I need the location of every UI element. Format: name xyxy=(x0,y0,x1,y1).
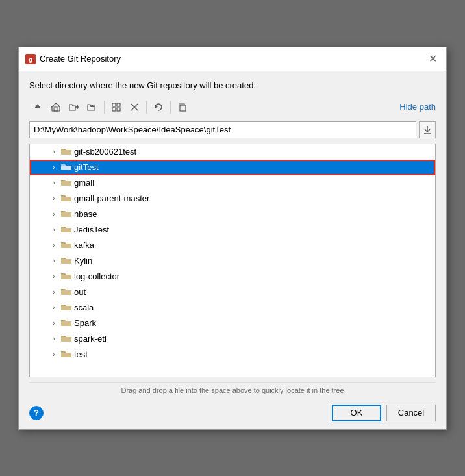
refresh-button[interactable] xyxy=(150,99,167,115)
path-input[interactable] xyxy=(29,121,416,138)
svg-rect-9 xyxy=(117,108,120,111)
folder-icon xyxy=(61,287,71,297)
folder-up-icon xyxy=(87,103,97,112)
tree-item-label: hbase xyxy=(74,209,97,219)
tree-item[interactable]: › gitTest xyxy=(30,160,435,175)
tree-item-label: log-collector xyxy=(74,271,119,281)
toolbar: Hide path xyxy=(29,98,436,116)
chevron-icon: › xyxy=(49,226,58,233)
home-icon xyxy=(51,103,60,112)
title-bar: g Create Git Repository ✕ xyxy=(19,47,446,71)
svg-rect-6 xyxy=(112,103,116,106)
drag-hint-text: Drag and drop a file into the space abov… xyxy=(29,382,436,398)
tree-item[interactable]: › gmall-parent-master xyxy=(30,191,435,207)
navigate-up-button[interactable] xyxy=(29,99,46,115)
folder-icon xyxy=(61,256,71,266)
folder-icon xyxy=(61,178,71,188)
svg-rect-3 xyxy=(54,108,58,111)
folder-up-button[interactable] xyxy=(84,99,101,115)
tree-item-label: Spark xyxy=(74,318,96,328)
tree-item-label: scala xyxy=(74,303,94,312)
tree-item-label: Kylin xyxy=(74,256,92,266)
folder-icon xyxy=(61,162,71,173)
help-button[interactable]: ? xyxy=(29,406,44,420)
svg-marker-12 xyxy=(155,105,158,108)
chevron-icon: › xyxy=(49,179,58,186)
copy-path-button[interactable] xyxy=(174,99,191,115)
chevron-icon: › xyxy=(49,195,58,202)
tree-item[interactable]: › Kylin xyxy=(30,253,435,269)
expand-icon xyxy=(112,103,121,112)
chevron-icon: › xyxy=(49,288,58,295)
chevron-icon: › xyxy=(49,210,58,218)
chevron-icon: › xyxy=(49,148,58,155)
tree-item-label: gmall-parent-master xyxy=(74,194,149,203)
ok-button[interactable]: OK xyxy=(332,405,381,421)
title-bar-left: g Create Git Repository xyxy=(25,54,121,64)
tree-item[interactable]: › hbase xyxy=(30,207,435,222)
tree-item[interactable]: › kafka xyxy=(30,238,435,253)
svg-rect-8 xyxy=(112,108,116,111)
tree-item[interactable]: › gmall xyxy=(30,175,435,191)
dialog-body: Select directory where the new Git repos… xyxy=(19,71,446,398)
tree-item-label: test xyxy=(74,349,88,359)
download-icon xyxy=(423,125,431,134)
tree-item[interactable]: › JedisTest xyxy=(30,222,435,238)
chevron-icon: › xyxy=(49,335,58,342)
svg-rect-2 xyxy=(52,106,60,111)
chevron-icon: › xyxy=(49,304,58,311)
dialog-icon: g xyxy=(25,54,36,64)
home-button[interactable] xyxy=(47,99,64,115)
tree-item-label: JedisTest xyxy=(74,225,109,234)
expand-button[interactable] xyxy=(108,99,125,115)
tree-item[interactable]: › log-collector xyxy=(30,269,435,284)
up-arrow-icon xyxy=(33,103,42,112)
folder-icon xyxy=(61,318,71,329)
chevron-icon: › xyxy=(49,319,58,327)
tree-item-label: kafka xyxy=(74,240,94,250)
dialog-footer: ? OK Cancel xyxy=(19,398,446,429)
toolbar-separator-3 xyxy=(170,101,171,114)
chevron-icon: › xyxy=(49,273,58,280)
path-download-button[interactable] xyxy=(419,121,436,138)
tree-item[interactable]: › git-sb200621test xyxy=(30,144,435,160)
svg-text:g: g xyxy=(29,56,32,63)
tree-item-label: gmall xyxy=(74,178,94,188)
folder-icon xyxy=(61,349,71,360)
svg-rect-13 xyxy=(180,105,186,111)
description-text: Select directory where the new Git repos… xyxy=(29,81,436,90)
toolbar-separator-2 xyxy=(146,101,147,114)
tree-item[interactable]: › out xyxy=(30,284,435,300)
folder-icon xyxy=(61,271,71,282)
tree-item-label: git-sb200621test xyxy=(74,147,136,157)
tree-item[interactable]: › scala xyxy=(30,300,435,316)
chevron-icon: › xyxy=(49,351,58,358)
new-folder-button[interactable] xyxy=(66,99,82,115)
close-button[interactable]: ✕ xyxy=(426,53,440,66)
directory-tree[interactable]: › git-sb200621test› gitTest› gmall› gmal… xyxy=(29,144,436,377)
tree-item[interactable]: › test xyxy=(30,347,435,362)
tree-item-label: spark-etl xyxy=(74,334,107,344)
refresh-icon xyxy=(154,103,163,112)
delete-button[interactable] xyxy=(126,99,143,115)
tree-item[interactable]: › spark-etl xyxy=(30,331,435,347)
dialog-title: Create Git Repository xyxy=(40,54,121,64)
cancel-button[interactable]: Cancel xyxy=(386,405,436,421)
svg-rect-7 xyxy=(117,103,120,106)
delete-icon xyxy=(130,103,139,112)
tree-item[interactable]: › Spark xyxy=(30,316,435,331)
hide-path-link[interactable]: Hide path xyxy=(399,102,436,112)
folder-icon xyxy=(61,194,71,204)
chevron-icon: › xyxy=(49,242,58,249)
copy-icon xyxy=(178,103,187,112)
create-git-repo-dialog: g Create Git Repository ✕ Select directo… xyxy=(18,47,447,430)
chevron-icon: › xyxy=(49,164,58,171)
folder-icon xyxy=(61,303,71,313)
new-folder-icon xyxy=(69,103,79,112)
folder-icon xyxy=(61,209,71,219)
chevron-icon: › xyxy=(49,257,58,264)
tree-item-label: gitTest xyxy=(74,162,99,172)
folder-icon xyxy=(61,334,71,344)
folder-icon xyxy=(61,240,71,251)
folder-icon xyxy=(61,147,71,157)
